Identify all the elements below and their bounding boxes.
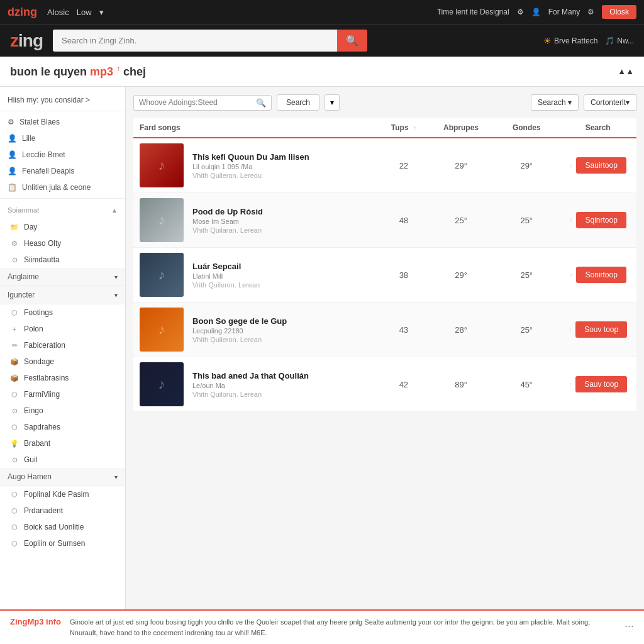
song-thumbnail-1[interactable]: ♪ — [140, 198, 184, 242]
guil-label: Guil — [24, 455, 37, 464]
filter-right: Searach ▾ Cortonterlt▾ — [531, 94, 636, 111]
song-action-cell-1: ↑ Sqinrtoop — [559, 193, 636, 248]
song-btn-0[interactable]: Sauirtoop — [576, 157, 626, 174]
nav-dropdown-icon[interactable]: ▾ — [99, 8, 104, 17]
song-tups-2: 38 — [379, 248, 428, 303]
sidebar-item-eopliin[interactable]: ⬡ Eopliin or Sumsen — [0, 535, 125, 552]
expand-icon[interactable]: ▲▲ — [618, 67, 634, 76]
filter-bar: 🔍 Search ▾ Searach ▾ Cortonterlt▾ — [133, 94, 636, 111]
filter-search-icon: 🔍 — [256, 98, 266, 108]
sidebar-item-sondage[interactable]: 📦 Sondage — [0, 353, 125, 370]
song-info-1: Pood de Up Rósid Mose Im Seam Vhith Quil… — [190, 207, 263, 234]
sidebar-item-polon[interactable]: + Polon — [0, 321, 125, 337]
song-gondes-1: 25° — [494, 193, 559, 248]
filter-search-right-btn[interactable]: Searach ▾ — [531, 94, 579, 111]
sidebar-item-unlitien[interactable]: 📋 Unlitien jula & ceone — [0, 179, 125, 196]
sidebar-item-stalet[interactable]: ⚙ Stalet Blaes — [0, 114, 125, 130]
sidebar-item-eingo[interactable]: ⊙ Eingo — [0, 402, 125, 419]
anglaime-header[interactable]: Anglaime ▾ — [0, 268, 125, 286]
song-artist-3: Lecpuling 22180 — [192, 327, 287, 335]
song-thumbnail-4[interactable]: ♪ — [140, 362, 184, 406]
augo-hamen-header[interactable]: Augo Hamen ▾ — [0, 468, 125, 486]
foplinal-icon: ⬡ — [10, 491, 19, 499]
brve-label: Brve Rattech — [554, 36, 597, 45]
siimdautta-label: Siimdautta — [24, 255, 60, 264]
song-btn-2[interactable]: Sonirtoop — [576, 267, 626, 283]
anglaime-chevron: ▾ — [114, 274, 118, 280]
song-title-3: Boon So gege de le Gup — [192, 316, 287, 326]
song-action-cell-4: ↑ Sauv toop — [559, 357, 636, 412]
song-thumbnail-2[interactable]: ♪ — [140, 253, 184, 297]
song-gondes-3: 25° — [494, 303, 559, 357]
song-title-2: Luár Sepcail — [192, 262, 260, 271]
song-gondes-2: 25° — [494, 248, 559, 303]
sidebar-item-guil[interactable]: ⊙ Guil — [0, 452, 125, 468]
song-subtitle-3: Vhith Quileron. Lerean — [192, 336, 287, 343]
tups-sort-icon[interactable]: ↑ — [413, 125, 416, 131]
sidebar-item-boick[interactable]: ⬡ Boick sad Uonlitie — [0, 519, 125, 535]
sidebar-item-prdanadent[interactable]: ⬡ Prdanadent — [0, 502, 125, 519]
eopliin-icon: ⬡ — [10, 540, 19, 548]
sidebar-item-fabiceration[interactable]: ✏ Fabiceration — [0, 337, 125, 353]
augo-hamen-chevron: ▾ — [114, 474, 118, 480]
search-button[interactable]: 🔍 — [337, 30, 367, 52]
search-input[interactable] — [53, 30, 337, 52]
table-row: ♪ Boon So gege de le Gup Lecpuling 22180… — [133, 303, 636, 357]
song-cell-1: ♪ Pood de Up Rósid Mose Im Seam Vhith Qu… — [133, 193, 379, 248]
sidebar-item-footings[interactable]: ⬡ Footings — [0, 304, 125, 321]
polon-label: Polon — [24, 325, 43, 333]
nav-link-low[interactable]: Low — [77, 8, 92, 17]
filter-search-button[interactable]: Search — [277, 94, 319, 111]
fenafell-label: Fenafell Deapis — [22, 167, 74, 175]
sidebar-item-foplinal[interactable]: ⬡ Foplinal Kde Pasim — [0, 486, 125, 502]
footer-logo: ZingMp3 info — [10, 617, 61, 626]
song-btn-3[interactable]: Souv toop — [575, 321, 627, 338]
sondage-icon: 📦 — [10, 358, 19, 366]
filter-dropdown-button[interactable]: ▾ — [325, 94, 340, 111]
sort-arrow-0: ↑ — [569, 162, 572, 169]
song-thumbnail-3[interactable]: ♪ — [140, 308, 184, 352]
close-button[interactable]: Olosk — [602, 5, 636, 19]
prdanadent-label: Prdanadent — [24, 506, 63, 515]
song-btn-4[interactable]: Sauv toop — [575, 376, 627, 392]
sidebar-item-fenafell[interactable]: 👤 Fenafell Deapis — [0, 163, 125, 179]
sidebar-item-farmviing[interactable]: ⬡ FarmiViing — [0, 386, 125, 402]
logo-ing: ing — [18, 31, 43, 50]
sidebar-item-festlabrasins[interactable]: 📦 Festlabrasins — [0, 370, 125, 386]
sidebar-item-siimdautta[interactable]: ⊙ Siimdautta — [0, 252, 125, 268]
sidebar-item-lille[interactable]: 👤 Lille — [0, 130, 125, 147]
polon-icon: + — [10, 325, 19, 333]
soiarnmat-header[interactable]: Soiarnmat ▲ — [0, 201, 125, 219]
song-title-1: Pood de Up Rósid — [192, 207, 263, 216]
breadcrumb-item[interactable]: Hlish my: you considar > — [0, 92, 125, 108]
iguncter-chevron: ▾ — [114, 292, 118, 299]
song-subtitle-1: Vhith Quilaran. Lerean — [192, 226, 263, 234]
sidebar-item-day[interactable]: 📁 Day — [0, 219, 125, 235]
song-btn-1[interactable]: Sqinrtoop — [576, 212, 626, 228]
heaso-label: Heaso Olty — [24, 239, 61, 248]
top-nav-icon1: ⚙ — [517, 8, 524, 16]
table-row: ♪ This bad aned Ja that Qoulián Le/oun M… — [133, 357, 636, 412]
sidebar-item-brabant[interactable]: 💡 Brabant — [0, 435, 125, 452]
sidebar-item-lecclie[interactable]: 👤 Lecclie Bmet — [0, 147, 125, 163]
nav-link-alosic[interactable]: Alosic — [47, 8, 69, 17]
song-artist-4: Le/oun Ma — [192, 382, 309, 389]
filter-sort-btn[interactable]: Cortonterlt▾ — [584, 94, 636, 111]
filter-input-wrapper: 🔍 — [133, 95, 272, 111]
farmviing-label: FarmiViing — [24, 390, 60, 399]
song-artist-2: Llatinl Mill — [192, 272, 260, 280]
iguncter-header[interactable]: Iguncter ▾ — [0, 286, 125, 304]
sort-arrow-3: ↑ — [569, 326, 572, 333]
song-cell-0: ♪ This kefi Quoun Du Jam liisen Lil ouiq… — [133, 138, 379, 193]
sidebar-item-sapdrahes[interactable]: ⬡ Sapdrahes — [0, 419, 125, 435]
filter-text-input[interactable] — [139, 98, 252, 107]
lille-label: Lille — [22, 134, 35, 143]
title-mp3: mp3 — [90, 65, 113, 78]
eingo-label: Eingo — [24, 406, 43, 415]
festlabrasins-icon: 📦 — [10, 374, 19, 382]
table-row: ♪ Luár Sepcail Llatinl Mill Vrith Quiler… — [133, 248, 636, 303]
sidebar-item-heaso[interactable]: ⚙ Heaso Olty — [0, 235, 125, 252]
footer-dots-button[interactable]: ... — [625, 617, 634, 630]
song-thumbnail-0[interactable]: ♪ — [140, 143, 184, 187]
title-superscript: ↑ — [116, 64, 120, 73]
